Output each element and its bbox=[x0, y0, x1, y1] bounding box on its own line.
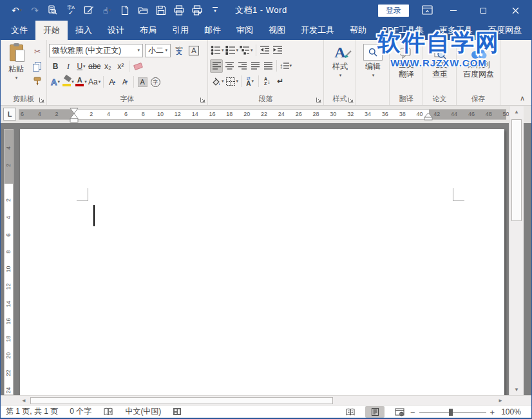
ribbon-tab[interactable]: 邮件 bbox=[196, 21, 229, 40]
language-indicator[interactable]: 中文(中国) bbox=[125, 406, 161, 417]
ribbon-tab[interactable]: 开始 bbox=[35, 21, 68, 40]
font-size-select[interactable]: 小二▾ bbox=[145, 44, 171, 57]
zoom-out-button[interactable]: − bbox=[410, 407, 415, 417]
styles-button[interactable]: A 样式 ▾ bbox=[326, 42, 354, 91]
minimize-button[interactable] bbox=[442, 0, 464, 21]
repeat-button[interactable]: ↷ bbox=[28, 3, 42, 17]
document-page[interactable] bbox=[20, 129, 504, 395]
grow-font-button[interactable]: A▴ bbox=[106, 75, 119, 89]
open-button[interactable] bbox=[136, 3, 150, 17]
phonetic-guide-button[interactable]: wén文 bbox=[173, 44, 185, 57]
underline-button[interactable]: U▾ bbox=[75, 60, 88, 73]
quick-print-button[interactable] bbox=[172, 3, 186, 17]
font-name-select[interactable]: 微软雅黑 (中文正文)▾ bbox=[49, 44, 143, 57]
touch-mouse-mode-button[interactable]: ☝▾ bbox=[100, 3, 114, 17]
decrease-indent-button[interactable] bbox=[258, 43, 271, 57]
bullets-button[interactable]: ▾ bbox=[210, 43, 225, 57]
proofing-status[interactable] bbox=[103, 407, 113, 416]
format-painter-button[interactable] bbox=[31, 75, 44, 88]
touch-dropdown-icon[interactable]: ▾ bbox=[109, 8, 111, 13]
editing-button[interactable]: 编辑 ▾ bbox=[358, 42, 388, 91]
right-indent-marker[interactable] bbox=[424, 108, 433, 121]
sign-in-button[interactable]: 登录 bbox=[378, 5, 409, 17]
styles-dialog-launcher[interactable] bbox=[348, 97, 354, 103]
ribbon-tab[interactable]: 文件 bbox=[3, 21, 35, 40]
zoom-in-button[interactable]: + bbox=[490, 407, 495, 417]
ribbon-tab[interactable]: 审阅 bbox=[229, 21, 261, 40]
paragraph-dialog-launcher[interactable] bbox=[316, 97, 322, 103]
ribbon-tab[interactable]: 百度网盘 bbox=[480, 21, 529, 40]
ribbon-tab[interactable]: 设计 bbox=[100, 21, 132, 40]
asian-layout-button[interactable]: ⇄ A ▾ bbox=[243, 75, 256, 88]
zoom-slider[interactable] bbox=[419, 407, 486, 416]
ribbon-tab[interactable]: 引用 bbox=[164, 21, 196, 40]
read-mode-button[interactable] bbox=[341, 406, 360, 418]
horizontal-scroll-thumb[interactable] bbox=[30, 397, 333, 404]
save-button[interactable] bbox=[154, 3, 168, 17]
increase-indent-button[interactable] bbox=[271, 43, 284, 57]
vertical-scrollbar[interactable]: ▲ ▼ bbox=[509, 106, 524, 395]
font-dialog-launcher[interactable] bbox=[200, 97, 206, 103]
ribbon-tab[interactable]: 插入 bbox=[68, 21, 100, 40]
sort-button[interactable]: AZ ↓ bbox=[261, 75, 274, 88]
undo-button[interactable]: ↶▾ bbox=[10, 3, 24, 17]
spelling-grammar-button[interactable]: 字A ✓ bbox=[64, 3, 78, 17]
bold-button[interactable]: B bbox=[49, 60, 62, 73]
shading-button[interactable]: ▾ bbox=[210, 75, 225, 88]
vertical-scroll-thumb[interactable] bbox=[511, 119, 522, 221]
multilevel-list-button[interactable]: ▾ bbox=[239, 43, 254, 57]
shrink-font-button[interactable]: A▾ bbox=[119, 75, 131, 89]
horizontal-ruler[interactable]: L 64224681012141618202224262830323436384… bbox=[1, 106, 532, 123]
align-left-button[interactable] bbox=[210, 59, 223, 73]
ribbon-display-options-button[interactable] bbox=[422, 5, 433, 15]
justify-button[interactable] bbox=[249, 59, 261, 73]
cut-button[interactable]: ✂ bbox=[31, 45, 44, 59]
close-button[interactable] bbox=[504, 0, 526, 21]
align-right-button[interactable] bbox=[236, 59, 249, 73]
clipboard-dialog-launcher[interactable] bbox=[39, 97, 45, 103]
show-hide-marks-button[interactable]: ↵ bbox=[274, 75, 287, 88]
web-layout-button[interactable] bbox=[390, 406, 409, 418]
print-preview-edit-button[interactable] bbox=[190, 3, 204, 17]
track-changes-button[interactable] bbox=[82, 3, 96, 17]
zoom-slider-thumb[interactable] bbox=[449, 409, 453, 416]
character-shading-button[interactable]: A bbox=[136, 75, 149, 89]
ribbon-tab[interactable]: 帮助 bbox=[342, 21, 374, 40]
line-spacing-button[interactable]: ↕ ▾ bbox=[279, 59, 292, 73]
print-layout-button[interactable] bbox=[365, 406, 385, 418]
ribbon-tab[interactable]: 布局 bbox=[132, 21, 164, 40]
scroll-down-button[interactable]: ▼ bbox=[509, 384, 524, 395]
customize-quick-access-button[interactable]: ▾ bbox=[208, 3, 222, 17]
scroll-right-button[interactable]: ► bbox=[495, 396, 506, 405]
tell-me-box[interactable]: 告诉我 bbox=[529, 21, 532, 40]
align-center-button[interactable] bbox=[223, 59, 236, 73]
page-indicator[interactable]: 第 1 页, 共 1 页 bbox=[6, 406, 58, 417]
text-effects-button[interactable]: A▾ bbox=[49, 75, 62, 89]
indent-markers[interactable] bbox=[70, 108, 79, 123]
highlight-color-button[interactable]: ▾ bbox=[62, 75, 75, 89]
ribbon-tab[interactable]: PDF工具集 bbox=[374, 21, 432, 40]
ribbon-tab[interactable]: 视图 bbox=[261, 21, 293, 40]
subscript-button[interactable]: x₂ bbox=[101, 60, 114, 73]
italic-button[interactable]: I bbox=[62, 60, 75, 73]
paste-button[interactable]: 粘贴 ▾ bbox=[3, 42, 30, 91]
save-to-netdisk-button[interactable]: 保存到百度网盘 bbox=[459, 42, 499, 91]
scroll-up-button[interactable]: ▲ bbox=[509, 106, 524, 117]
change-case-button[interactable]: Aa▾ bbox=[88, 75, 101, 89]
enclose-characters-button[interactable]: 字 bbox=[149, 75, 162, 89]
clear-formatting-button[interactable] bbox=[131, 60, 144, 73]
collapse-ribbon-button[interactable]: ∧ bbox=[520, 94, 525, 102]
ribbon-tab[interactable]: 开发工具 bbox=[293, 21, 342, 40]
character-border-button[interactable]: A bbox=[187, 44, 200, 57]
word-count[interactable]: 0 个字 bbox=[70, 406, 91, 417]
new-document-button[interactable] bbox=[118, 3, 132, 17]
horizontal-scrollbar[interactable]: ◄ ► bbox=[1, 395, 532, 405]
maximize-button[interactable] bbox=[472, 0, 494, 21]
print-preview-button[interactable] bbox=[46, 3, 60, 17]
superscript-button[interactable]: x² bbox=[114, 60, 127, 73]
distribute-button[interactable] bbox=[261, 59, 274, 73]
zoom-percentage[interactable]: 100% bbox=[501, 407, 521, 416]
input-mode-indicator[interactable] bbox=[173, 407, 182, 416]
font-color-button[interactable]: A ▾ bbox=[75, 75, 88, 89]
strikethrough-button[interactable]: abc bbox=[88, 60, 101, 73]
